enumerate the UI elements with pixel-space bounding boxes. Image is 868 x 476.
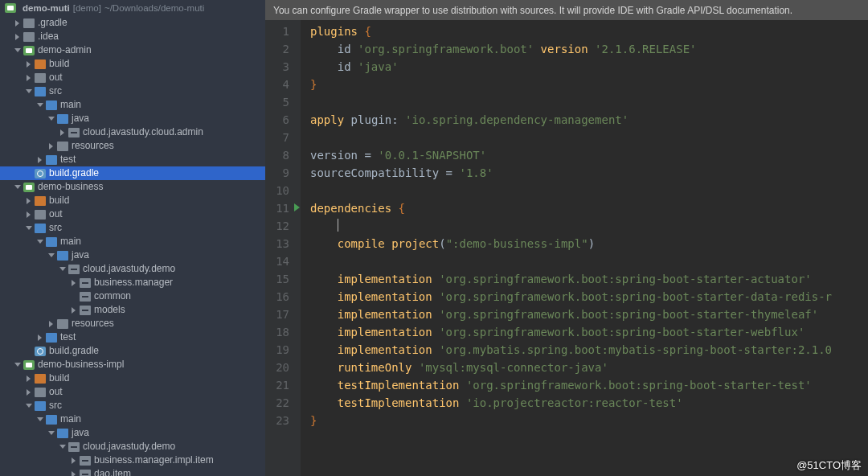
chevron-down-icon[interactable] <box>26 225 32 232</box>
code-editor[interactable]: 1234567891011121314151617181920212223 pl… <box>265 20 868 476</box>
code-line[interactable]: id 'org.springframework.boot' version '2… <box>310 40 868 58</box>
line-number[interactable]: 2 <box>265 40 289 58</box>
code-line[interactable]: runtimeOnly 'mysql:mysql-connector-java' <box>310 359 868 376</box>
chevron-right-icon[interactable] <box>71 280 77 286</box>
chevron-right-icon[interactable] <box>26 389 32 396</box>
tree-node[interactable]: build <box>0 194 265 207</box>
code-line[interactable] <box>310 93 868 111</box>
tree-node[interactable]: out <box>0 207 265 221</box>
tree-node[interactable]: common <box>0 289 265 303</box>
tree-node[interactable]: .idea <box>0 30 265 43</box>
code-line[interactable]: id 'java' <box>310 58 868 76</box>
code-line[interactable]: testImplementation 'io.projectreactor:re… <box>310 394 868 412</box>
code-line[interactable] <box>310 217 868 235</box>
tree-node[interactable]: build <box>0 371 265 385</box>
chevron-down-icon[interactable] <box>14 47 21 54</box>
code-line[interactable]: plugins { <box>310 23 868 40</box>
chevron-right-icon[interactable] <box>37 157 43 163</box>
chevron-down-icon[interactable] <box>14 362 21 368</box>
tree-node[interactable]: out <box>0 71 265 84</box>
line-number[interactable]: 18 <box>265 323 289 341</box>
tree-node[interactable]: business.manager.impl.item <box>0 453 265 467</box>
code-line[interactable]: } <box>310 76 868 93</box>
line-number[interactable]: 21 <box>265 376 289 394</box>
tree-node[interactable]: demo-business <box>0 180 265 194</box>
tree-node[interactable]: cloud.javastudy.demo <box>0 440 265 453</box>
chevron-right-icon[interactable] <box>59 129 66 136</box>
chevron-down-icon[interactable] <box>48 116 55 122</box>
tree-node[interactable]: build <box>0 57 265 71</box>
tree-node[interactable]: java <box>0 426 265 440</box>
line-number[interactable]: 8 <box>265 146 289 164</box>
chevron-right-icon[interactable] <box>14 34 21 40</box>
tree-node[interactable]: demo-business-impl <box>0 358 265 371</box>
code-line[interactable]: implementation 'org.springframework.boot… <box>310 323 868 341</box>
tree-node[interactable]: models <box>0 303 265 317</box>
line-number[interactable]: 9 <box>265 164 289 182</box>
code-line[interactable]: compile project(":demo-business-impl") <box>310 235 868 252</box>
chevron-right-icon[interactable] <box>26 61 32 68</box>
tree-node[interactable]: main <box>0 235 265 248</box>
line-number[interactable]: 6 <box>265 111 289 129</box>
chevron-right-icon[interactable] <box>48 321 55 327</box>
code-line[interactable]: implementation 'org.springframework.boot… <box>310 306 868 323</box>
code-line[interactable] <box>310 129 868 146</box>
line-number[interactable]: 5 <box>265 93 289 111</box>
chevron-down-icon[interactable] <box>37 416 43 423</box>
tree-node[interactable]: demo-admin <box>0 43 265 57</box>
tree-node[interactable]: main <box>0 412 265 426</box>
line-number[interactable]: 4 <box>265 76 289 93</box>
line-number[interactable]: 23 <box>265 412 289 429</box>
chevron-right-icon[interactable] <box>26 198 32 204</box>
line-number[interactable]: 14 <box>265 252 289 270</box>
chevron-right-icon[interactable] <box>26 375 32 382</box>
chevron-down-icon[interactable] <box>37 239 43 245</box>
code-line[interactable]: testImplementation 'org.springframework.… <box>310 376 868 394</box>
tree-node[interactable]: .gradle <box>0 16 265 30</box>
line-number[interactable]: 3 <box>265 58 289 76</box>
tree-node[interactable]: src <box>0 84 265 98</box>
chevron-right-icon[interactable] <box>26 211 32 218</box>
code-line[interactable]: dependencies { <box>310 199 868 217</box>
tree-node[interactable]: build.gradle <box>0 344 265 358</box>
chevron-down-icon[interactable] <box>59 444 66 450</box>
line-number[interactable]: 12 <box>265 217 289 235</box>
chevron-down-icon[interactable] <box>48 252 55 259</box>
chevron-right-icon[interactable] <box>71 307 77 314</box>
line-number[interactable]: 13 <box>265 235 289 252</box>
code-line[interactable]: version = '0.0.1-SNAPSHOT' <box>310 146 868 164</box>
tree-node[interactable]: resources <box>0 317 265 330</box>
code-line[interactable]: sourceCompatibility = '1.8' <box>310 164 868 182</box>
code-line[interactable]: implementation 'org.springframework.boot… <box>310 288 868 306</box>
tree-node[interactable]: resources <box>0 139 265 153</box>
line-number[interactable]: 19 <box>265 341 289 359</box>
chevron-right-icon[interactable] <box>71 471 77 477</box>
tree-node[interactable]: test <box>0 330 265 344</box>
line-number[interactable]: 22 <box>265 394 289 412</box>
line-number[interactable]: 20 <box>265 359 289 376</box>
run-gutter-icon[interactable] <box>294 203 300 211</box>
breadcrumb[interactable]: demo-muti [demo] ~/Downloads/demo-muti <box>0 2 265 16</box>
line-number[interactable]: 7 <box>265 129 289 146</box>
project-tree[interactable]: .gradle.ideademo-adminbuildoutsrcmainjav… <box>0 16 265 476</box>
code-lines[interactable]: plugins { id 'org.springframework.boot' … <box>301 20 868 476</box>
code-line[interactable]: implementation 'org.springframework.boot… <box>310 270 868 288</box>
code-line[interactable]: apply plugin: 'io.spring.dependency-mana… <box>310 111 868 129</box>
line-number[interactable]: 17 <box>265 306 289 323</box>
code-line[interactable]: } <box>310 412 868 429</box>
chevron-right-icon[interactable] <box>14 20 21 27</box>
tree-node[interactable]: test <box>0 153 265 166</box>
tree-node[interactable]: business.manager <box>0 276 265 289</box>
line-number[interactable]: 16 <box>265 288 289 306</box>
chevron-down-icon[interactable] <box>26 403 32 409</box>
tree-node[interactable]: src <box>0 399 265 412</box>
line-number[interactable]: 1 <box>265 23 289 40</box>
tree-node[interactable]: java <box>0 248 265 262</box>
chevron-down-icon[interactable] <box>48 430 55 437</box>
code-line[interactable] <box>310 252 868 270</box>
project-tool-window[interactable]: demo-muti [demo] ~/Downloads/demo-muti .… <box>0 0 265 476</box>
chevron-down-icon[interactable] <box>14 184 21 191</box>
line-number[interactable]: 15 <box>265 270 289 288</box>
code-line[interactable]: implementation 'org.mybatis.spring.boot:… <box>310 341 868 359</box>
tree-node[interactable]: src <box>0 221 265 235</box>
